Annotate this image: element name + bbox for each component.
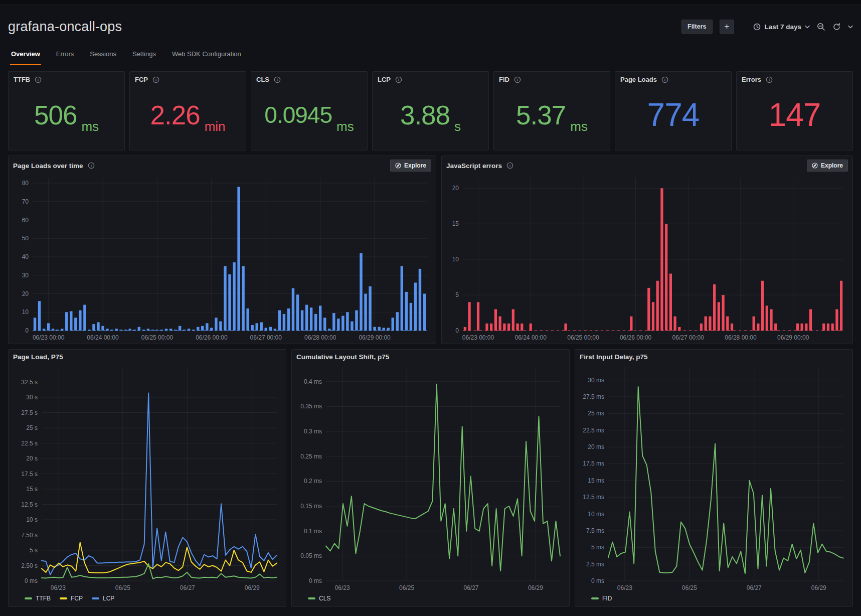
svg-text:20 ms: 20 ms <box>588 443 604 450</box>
svg-text:0: 0 <box>25 327 29 334</box>
panel-first-input-delay-p75: First Input Delay, p75 0 ms2.5 ms5 ms7.5… <box>575 349 853 607</box>
legend-item-lcp[interactable]: LCP <box>92 595 114 602</box>
time-range-picker[interactable]: Last 7 days <box>753 23 810 31</box>
dashboard-header: grafana-oncall-ops Filters + Last 7 days… <box>0 5 861 65</box>
top-edge-strip <box>0 0 861 5</box>
refresh-icon[interactable] <box>832 23 841 31</box>
svg-text:06/29: 06/29 <box>245 584 260 591</box>
stat-panel-cls: CLS 0.0945ms <box>251 71 368 150</box>
svg-text:20: 20 <box>22 290 29 297</box>
svg-text:7.5 ms: 7.5 ms <box>586 527 604 534</box>
legend-swatch <box>25 597 32 599</box>
svg-text:06/23: 06/23 <box>335 584 350 591</box>
legend-item-fcp[interactable]: FCP <box>60 595 83 602</box>
svg-text:15: 15 <box>452 220 459 227</box>
svg-text:06/29 00:00: 06/29 00:00 <box>359 334 391 341</box>
page-loads-over-time-chart: 0102030405060708006/23 00:0006/24 00:000… <box>11 174 433 343</box>
svg-text:06/27: 06/27 <box>747 584 762 591</box>
svg-text:7.50 s: 7.50 s <box>21 532 38 539</box>
explore-button[interactable]: Explore <box>390 160 431 172</box>
svg-text:06/23: 06/23 <box>617 584 632 591</box>
svg-text:06/25 00:00: 06/25 00:00 <box>141 334 174 341</box>
svg-text:12.5 s: 12.5 s <box>21 501 38 508</box>
stat-panel-lcp: LCP 3.88s <box>372 71 489 150</box>
explore-label: Explore <box>821 162 843 169</box>
svg-text:06/25: 06/25 <box>115 584 130 591</box>
chart-canvas: 0 ms2.5 ms5 ms7.5 ms10 ms12.5 ms15 ms17.… <box>577 363 849 593</box>
stat-unit: ms <box>570 119 588 146</box>
explore-button[interactable]: Explore <box>807 160 848 172</box>
svg-text:06/27: 06/27 <box>180 584 195 591</box>
clock-icon <box>753 23 761 31</box>
svg-text:06/28 00:00: 06/28 00:00 <box>304 334 336 341</box>
refresh-interval-chevron-icon[interactable] <box>848 25 853 29</box>
legend-item-fid[interactable]: FID <box>591 595 612 602</box>
chart-canvas: 0 ms2.50 s5 s7.50 s10 s12.5 s15 s17.5 s2… <box>11 363 283 593</box>
svg-text:06/27 00:00: 06/27 00:00 <box>250 334 282 341</box>
svg-text:5 ms: 5 ms <box>591 544 604 551</box>
svg-text:06/28 00:00: 06/28 00:00 <box>725 334 757 341</box>
svg-text:0 ms: 0 ms <box>309 577 322 584</box>
stat-unit: ms <box>81 119 99 146</box>
legend-item-ttfb[interactable]: TTFB <box>25 595 51 602</box>
add-panel-button[interactable]: + <box>720 20 735 34</box>
svg-text:10: 10 <box>22 309 29 316</box>
svg-text:06/29: 06/29 <box>811 584 826 591</box>
svg-text:06/25: 06/25 <box>399 584 414 591</box>
tab-overview[interactable]: Overview <box>10 50 41 65</box>
svg-text:06/23 00:00: 06/23 00:00 <box>33 334 65 341</box>
svg-text:0: 0 <box>455 327 459 334</box>
stat-value: 3.88 <box>400 100 450 130</box>
legend-label: LCP <box>103 595 114 602</box>
cumulative-layout-shift-chart: 0 ms0.05 ms0.1 ms0.15 ms0.2 ms0.25 ms0.3… <box>294 363 566 593</box>
stat-value: 0.0945 <box>264 101 332 128</box>
svg-text:70: 70 <box>22 198 29 205</box>
chart-canvas: 0102030405060708006/23 00:0006/24 00:000… <box>11 174 433 343</box>
stat-value: 506 <box>34 100 77 130</box>
svg-text:06/23 00:00: 06/23 00:00 <box>462 334 494 341</box>
svg-text:32.5 s: 32.5 s <box>21 379 38 386</box>
svg-text:27.5 s: 27.5 s <box>21 409 38 416</box>
legend-item-cls[interactable]: CLS <box>308 595 330 602</box>
svg-text:06/26 00:00: 06/26 00:00 <box>620 334 652 341</box>
toolbar: Filters + Last 7 days <box>681 20 853 34</box>
svg-text:30 ms: 30 ms <box>588 377 604 384</box>
svg-text:40: 40 <box>22 253 29 260</box>
panel-page-loads-over-time: Page Loads over time Explore 01020304050… <box>8 156 436 344</box>
svg-text:12.5 ms: 12.5 ms <box>583 494 604 501</box>
legend: FID <box>575 594 852 606</box>
svg-text:0 ms: 0 ms <box>25 577 38 584</box>
svg-text:06/25: 06/25 <box>682 584 697 591</box>
svg-text:2.5 ms: 2.5 ms <box>586 561 604 568</box>
info-icon[interactable] <box>506 162 513 169</box>
explore-label: Explore <box>404 162 426 169</box>
legend-swatch <box>591 597 599 599</box>
svg-text:22.5 ms: 22.5 ms <box>583 427 604 434</box>
tab-sessions[interactable]: Sessions <box>89 50 117 65</box>
tab-web-sdk-configuration[interactable]: Web SDK Configuration <box>171 50 242 65</box>
tab-errors[interactable]: Errors <box>55 50 75 65</box>
stat-panel-ttfb: TTFB 506ms <box>8 71 125 150</box>
compass-icon <box>395 163 401 169</box>
svg-text:5 s: 5 s <box>30 547 38 554</box>
svg-text:0.3 ms: 0.3 ms <box>304 428 322 435</box>
svg-text:30 s: 30 s <box>26 394 38 401</box>
legend: CLS <box>292 594 569 606</box>
svg-text:27.5 ms: 27.5 ms <box>583 393 604 400</box>
compass-icon <box>812 163 818 169</box>
panel-page-load-p75: Page Load, P75 0 ms2.50 s5 s7.50 s10 s12… <box>8 349 286 607</box>
panel-title: First Input Delay, p75 <box>580 353 648 361</box>
middle-row: Page Loads over time Explore 01020304050… <box>8 156 853 344</box>
filters-button[interactable]: Filters <box>681 20 713 34</box>
svg-text:30: 30 <box>22 272 29 279</box>
info-icon[interactable] <box>88 162 95 169</box>
page-title: grafana-oncall-ops <box>8 19 122 35</box>
stat-value: 2.26 <box>150 100 200 130</box>
tab-settings[interactable]: Settings <box>131 50 157 65</box>
legend-label: CLS <box>319 595 330 602</box>
zoom-out-icon[interactable] <box>817 23 825 31</box>
svg-text:06/27: 06/27 <box>464 584 479 591</box>
panel-title: Page Load, P75 <box>13 353 63 361</box>
svg-text:06/23: 06/23 <box>51 584 66 591</box>
svg-text:80: 80 <box>22 180 29 187</box>
